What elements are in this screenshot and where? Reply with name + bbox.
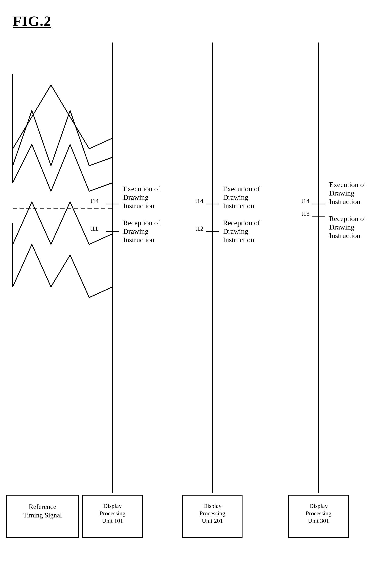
svg-text:Reception of: Reception of xyxy=(223,219,260,227)
svg-text:Drawing: Drawing xyxy=(329,189,354,197)
svg-text:Processing: Processing xyxy=(306,510,331,517)
svg-text:Drawing: Drawing xyxy=(223,193,248,201)
svg-text:t14: t14 xyxy=(195,197,203,204)
svg-text:t12: t12 xyxy=(195,225,203,232)
svg-text:t14: t14 xyxy=(302,197,310,204)
svg-text:Drawing: Drawing xyxy=(123,227,148,235)
svg-text:Drawing: Drawing xyxy=(123,193,148,201)
svg-text:Instruction: Instruction xyxy=(223,202,254,210)
svg-text:Unit 201: Unit 201 xyxy=(202,517,223,524)
svg-text:Drawing: Drawing xyxy=(329,223,354,231)
svg-text:t13: t13 xyxy=(302,210,310,217)
svg-text:Display: Display xyxy=(103,503,122,509)
svg-text:Instruction: Instruction xyxy=(223,236,254,244)
svg-text:Display: Display xyxy=(203,503,222,509)
svg-text:Display: Display xyxy=(309,503,328,509)
svg-text:Reception of: Reception of xyxy=(329,215,366,222)
svg-text:Instruction: Instruction xyxy=(329,232,360,239)
svg-text:Execution of: Execution of xyxy=(329,181,366,189)
svg-text:Drawing: Drawing xyxy=(223,227,248,235)
svg-text:Instruction: Instruction xyxy=(123,236,154,244)
svg-text:Reference: Reference xyxy=(29,503,56,511)
timing-diagram: t14 t11 t14 t12 t14 t13 Execution of Dra… xyxy=(0,0,392,571)
svg-text:Instruction: Instruction xyxy=(329,198,360,205)
svg-text:Instruction: Instruction xyxy=(123,202,154,210)
svg-text:Timing Signal: Timing Signal xyxy=(23,511,62,519)
svg-text:Unit 101: Unit 101 xyxy=(102,517,123,524)
svg-text:Processing: Processing xyxy=(199,510,225,517)
svg-text:Processing: Processing xyxy=(99,510,125,517)
page: FIG.2 t14 t11 xyxy=(0,0,392,571)
svg-text:Unit 301: Unit 301 xyxy=(308,517,329,524)
svg-text:Execution of: Execution of xyxy=(123,185,160,193)
svg-text:t11: t11 xyxy=(90,225,98,232)
svg-text:Reception of: Reception of xyxy=(123,219,160,227)
svg-text:t14: t14 xyxy=(91,197,99,204)
svg-text:Execution of: Execution of xyxy=(223,185,260,193)
